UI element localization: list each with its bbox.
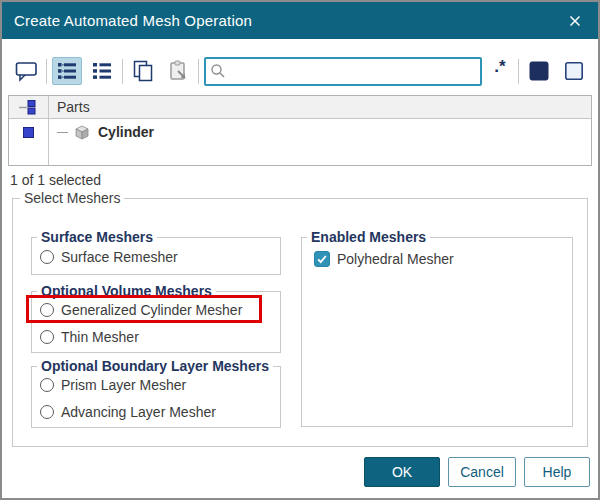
prism-layer-mesher-label: Prism Layer Mesher bbox=[61, 377, 186, 393]
thin-mesher-radio[interactable] bbox=[40, 330, 54, 344]
option-generalized-cylinder-mesher[interactable]: Generalized Cylinder Mesher bbox=[32, 297, 280, 322]
select-meshers-legend: Select Meshers bbox=[20, 190, 124, 206]
row-selection-cell[interactable] bbox=[9, 119, 49, 145]
ok-button[interactable]: OK bbox=[364, 457, 440, 487]
thin-mesher-label: Thin Mesher bbox=[61, 329, 139, 345]
selection-status: 1 of 1 selected bbox=[10, 172, 101, 188]
comment-button[interactable] bbox=[11, 57, 41, 85]
optional-boundary-layer-meshers-group: Optional Boundary Layer Meshers Prism La… bbox=[31, 366, 281, 428]
list-view-button[interactable] bbox=[87, 57, 117, 85]
option-advancing-layer-mesher[interactable]: Advancing Layer Mesher bbox=[32, 399, 280, 424]
selected-indicator-square bbox=[23, 127, 34, 138]
hierarchy-icon bbox=[18, 100, 40, 115]
regex-button[interactable]: .* bbox=[487, 57, 513, 85]
paste-button[interactable] bbox=[163, 57, 193, 85]
select-all-button[interactable] bbox=[524, 57, 554, 85]
prism-layer-mesher-radio[interactable] bbox=[40, 378, 54, 392]
close-button[interactable] bbox=[560, 6, 590, 36]
surface-remesher-label: Surface Remesher bbox=[61, 249, 178, 265]
option-thin-mesher[interactable]: Thin Mesher bbox=[32, 324, 280, 349]
tree-header-cell[interactable]: Parts bbox=[49, 99, 90, 115]
part-icon bbox=[72, 123, 92, 141]
tree-row-cylinder[interactable]: Cylinder bbox=[9, 119, 591, 145]
parts-column-header: Parts bbox=[57, 99, 90, 115]
deselect-all-button[interactable] bbox=[559, 57, 589, 85]
tree-view-icon bbox=[57, 62, 77, 80]
polyhedral-mesher-label: Polyhedral Mesher bbox=[337, 251, 454, 267]
tree-view-button[interactable] bbox=[52, 57, 82, 85]
tree-empty-col1 bbox=[9, 145, 49, 165]
option-surface-remesher[interactable]: Surface Remesher bbox=[32, 244, 280, 269]
optional-boundary-layer-meshers-legend: Optional Boundary Layer Meshers bbox=[37, 358, 273, 374]
optional-volume-meshers-group: Optional Volume Meshers Generalized Cyli… bbox=[31, 291, 281, 353]
option-prism-layer-mesher[interactable]: Prism Layer Mesher bbox=[32, 372, 280, 397]
dialog-title: Create Automated Mesh Operation bbox=[14, 12, 252, 29]
surface-meshers-legend: Surface Meshers bbox=[37, 229, 157, 245]
toolbar-separator bbox=[46, 59, 47, 84]
toolbar-separator bbox=[198, 59, 199, 84]
tree-empty-area bbox=[9, 145, 591, 165]
copy-icon bbox=[132, 60, 154, 82]
close-icon bbox=[568, 14, 582, 28]
option-polyhedral-mesher[interactable]: Polyhedral Mesher bbox=[302, 246, 572, 271]
help-button[interactable]: Help bbox=[524, 457, 590, 487]
select-all-icon bbox=[529, 61, 549, 81]
comment-icon bbox=[15, 61, 38, 82]
search-icon bbox=[210, 63, 226, 79]
title-bar: Create Automated Mesh Operation bbox=[2, 2, 598, 39]
create-automated-mesh-operation-dialog: Create Automated Mesh Operation bbox=[0, 0, 600, 500]
tree-item-cell[interactable]: Cylinder bbox=[49, 123, 154, 141]
surface-remesher-radio[interactable] bbox=[40, 250, 54, 264]
tree-branch-line bbox=[57, 132, 68, 133]
enabled-meshers-group: Enabled Meshers Polyhedral Mesher bbox=[301, 237, 573, 427]
cancel-button[interactable]: Cancel bbox=[448, 457, 516, 487]
search-box bbox=[204, 57, 482, 86]
deselect-all-icon bbox=[564, 61, 584, 81]
advancing-layer-mesher-radio[interactable] bbox=[40, 405, 54, 419]
enabled-meshers-legend: Enabled Meshers bbox=[307, 229, 430, 245]
advancing-layer-mesher-label: Advancing Layer Mesher bbox=[61, 404, 216, 420]
toolbar-separator bbox=[518, 59, 519, 84]
tree-header-row: Parts bbox=[9, 96, 591, 119]
surface-meshers-group: Surface Meshers Surface Remesher bbox=[31, 237, 281, 275]
generalized-cylinder-mesher-label: Generalized Cylinder Mesher bbox=[61, 302, 242, 318]
polyhedral-mesher-checkbox[interactable] bbox=[314, 251, 330, 267]
footer-button-bar: OK Cancel Help bbox=[364, 457, 590, 487]
toolbar-separator bbox=[122, 59, 123, 84]
copy-button[interactable] bbox=[128, 57, 158, 85]
generalized-cylinder-mesher-radio[interactable] bbox=[40, 303, 54, 317]
parts-tree: Parts Cylinder bbox=[8, 95, 592, 166]
toolbar: .* bbox=[2, 52, 598, 90]
select-meshers-group: Select Meshers Surface Meshers Surface R… bbox=[12, 198, 588, 447]
tree-selection-column-header[interactable] bbox=[9, 96, 49, 118]
part-name-label: Cylinder bbox=[98, 124, 154, 140]
paste-icon bbox=[168, 60, 189, 82]
checkmark-icon bbox=[316, 253, 328, 265]
optional-volume-meshers-legend: Optional Volume Meshers bbox=[37, 283, 216, 299]
list-view-icon bbox=[92, 62, 112, 80]
search-input[interactable] bbox=[230, 64, 476, 79]
